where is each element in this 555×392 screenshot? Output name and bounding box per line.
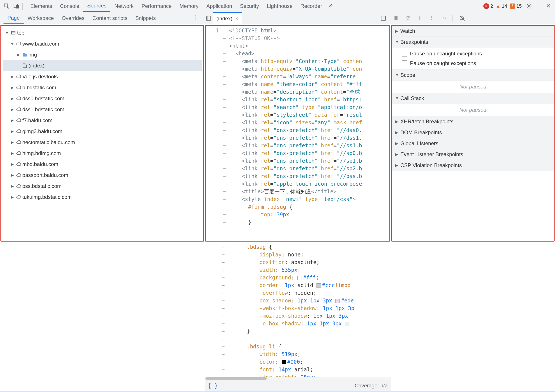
toggle-navigator-icon[interactable] — [204, 15, 213, 21]
tree-node[interactable]: ▶dss0.bdstatic.com — [3, 93, 202, 104]
tree-twisty-icon[interactable]: ▼ — [10, 42, 15, 46]
tab-memory[interactable]: Memory — [176, 0, 203, 12]
tree-twisty-icon[interactable]: ▶ — [10, 118, 15, 123]
warning-count[interactable]: ▲ 14 — [496, 3, 507, 9]
tree-node[interactable]: ▼www.baidu.com — [3, 38, 202, 49]
cloud-icon — [15, 184, 22, 189]
section-watch[interactable]: ▶ Watch — [392, 26, 554, 36]
subtab-page[interactable]: Page — [3, 12, 24, 24]
file-tree[interactable]: ▼top▼www.baidu.com▶img(index)▶Vue.js dev… — [1, 26, 203, 204]
tree-node[interactable]: ▶img — [3, 49, 202, 60]
cloud-icon — [15, 173, 22, 178]
tree-twisty-icon[interactable]: ▶ — [10, 74, 15, 79]
code-editor[interactable]: 1 −−−−−−−−−−−−−−−−−−−−−−−−−− <!DOCTYPE h… — [206, 26, 389, 241]
tab-lighthouse[interactable]: Lighthouse — [263, 0, 296, 12]
section-callstack[interactable]: ▼ Call Stack — [392, 93, 554, 104]
pause-script-icon[interactable] — [392, 15, 400, 21]
tree-node[interactable]: ▶f7.baidu.com — [3, 115, 202, 126]
tab-console[interactable]: Console — [56, 0, 83, 12]
section-scope[interactable]: ▼ Scope — [392, 70, 554, 80]
cloud-icon — [15, 107, 22, 112]
code-editor-continued[interactable]: −−−−−−−−−−−−−−−−−−−− .bdsug { display: n… — [204, 242, 391, 380]
error-count[interactable]: ✕ 2 — [483, 3, 493, 9]
tree-twisty-icon[interactable]: ▶ — [10, 195, 15, 199]
tree-node[interactable]: ▶b.bdstatic.com — [3, 82, 202, 93]
tree-twisty-icon[interactable]: ▶ — [10, 184, 15, 189]
info-count[interactable]: ! 15 — [510, 3, 522, 9]
step-into-icon[interactable] — [416, 15, 424, 21]
tab-network[interactable]: Network — [110, 0, 138, 12]
inspect-element-icon[interactable] — [2, 1, 11, 11]
tab-sources[interactable]: Sources — [83, 0, 110, 12]
tree-twisty-icon[interactable]: ▶ — [10, 96, 15, 101]
kebab-menu-icon[interactable]: ⋮ — [534, 1, 544, 11]
tab-application[interactable]: Application — [202, 0, 236, 12]
step-out-icon[interactable] — [428, 15, 435, 21]
fold-gutter[interactable]: −−−−−−−−−−−−−−−−−−−−−−−−−− — [221, 26, 228, 241]
tree-twisty-icon[interactable]: ▶ — [10, 173, 15, 178]
settings-icon[interactable] — [524, 1, 534, 11]
code-content[interactable]: <!DOCTYPE html><!--STATUS OK--><html> <h… — [228, 26, 389, 241]
tree-twisty-icon[interactable]: ▶ — [10, 85, 15, 90]
step-icon[interactable] — [439, 16, 447, 21]
section-event-listener-breakpoints[interactable]: ▶ Event Listener Breakpoints — [392, 149, 554, 160]
tree-node[interactable]: ▶mbd.baidu.com — [3, 159, 202, 170]
step-over-icon[interactable] — [404, 15, 412, 21]
section-global-listeners[interactable]: ▶ Global Listeners — [392, 138, 554, 149]
tab-elements[interactable]: Elements — [26, 0, 56, 12]
checkbox-icon[interactable] — [402, 60, 407, 66]
subtab-snippets[interactable]: Snippets — [131, 12, 160, 24]
section-dom-breakpoints[interactable]: ▶ DOM Breakpoints — [392, 127, 554, 138]
status-counters[interactable]: ✕ 2 ▲ 14 ! 15 — [483, 3, 522, 9]
section-xhr-breakpoints[interactable]: ▶ XHR/fetch Breakpoints — [392, 116, 554, 127]
pause-uncaught-checkbox[interactable]: Pause on uncaught exceptions — [402, 49, 551, 58]
toggle-debugger-icon[interactable] — [379, 15, 388, 21]
section-breakpoints[interactable]: ▼ Breakpoints — [392, 36, 554, 48]
checkbox-icon[interactable] — [402, 51, 407, 57]
tree-node-label: pss.bdstatic.com — [22, 183, 62, 189]
tree-node[interactable]: ▶tukuimg.bdstatic.com — [3, 192, 202, 203]
pause-caught-checkbox[interactable]: Pause on caught exceptions — [402, 58, 551, 68]
svg-rect-5 — [381, 16, 386, 20]
tree-twisty-icon[interactable]: ▼ — [4, 31, 10, 35]
more-tabs-icon[interactable]: » — [326, 0, 336, 10]
subtab-content-scripts[interactable]: Content scripts — [88, 12, 131, 24]
pretty-print-button[interactable]: { } — [208, 382, 218, 389]
section-csp-breakpoints[interactable]: ▶ CSP Violation Breakpoints — [392, 160, 554, 171]
fold-gutter[interactable]: −−−−−−−−−−−−−−−−−−−− — [220, 242, 226, 380]
device-toolbar-icon[interactable] — [11, 1, 21, 11]
tree-twisty-icon[interactable]: ▶ — [10, 151, 15, 156]
expand-icon: ▶ — [395, 141, 400, 146]
tab-security[interactable]: Security — [236, 0, 263, 12]
editor-tab-index[interactable]: (index) ✕ — [213, 12, 242, 24]
tree-twisty-icon[interactable]: ▶ — [10, 140, 15, 145]
close-tab-icon[interactable]: ✕ — [235, 16, 239, 21]
tree-node[interactable]: ▶hectorstatic.baidu.com — [3, 137, 202, 148]
tree-node[interactable]: ▶himg.bdimg.com — [3, 148, 202, 159]
tree-node[interactable]: ▶gimg3.baidu.com — [3, 126, 202, 137]
deactivate-breakpoints-icon[interactable] — [458, 15, 466, 21]
tab-performance[interactable]: Performance — [138, 0, 175, 12]
tree-twisty-icon[interactable]: ▶ — [10, 129, 15, 134]
code-content[interactable]: .bdsug { display: none; position: absolu… — [226, 242, 391, 380]
tree-node[interactable]: ▼top — [3, 27, 202, 38]
tree-node[interactable]: ▶dss1.bdstatic.com — [3, 104, 202, 115]
sources-kebab-icon[interactable]: ⋮ — [191, 12, 201, 22]
tree-node-label: himg.bdimg.com — [22, 150, 61, 156]
tree-node[interactable]: ▶Vue.js devtools — [3, 71, 202, 82]
horizontal-scrollbar[interactable] — [204, 377, 391, 380]
tab-recorder[interactable]: Recorder — [297, 0, 326, 12]
console-drawer-handle[interactable] — [0, 391, 555, 392]
close-devtools-icon[interactable]: ✕ — [544, 1, 553, 11]
tree-node-label: f7.baidu.com — [22, 117, 52, 123]
subtab-workspace[interactable]: Workspace — [24, 12, 58, 24]
tree-twisty-icon[interactable]: ▶ — [10, 162, 15, 167]
scrollbar-thumb[interactable] — [205, 377, 267, 380]
subtab-overrides[interactable]: Overrides — [58, 12, 88, 24]
tree-node[interactable]: (index) — [3, 60, 202, 71]
tree-twisty-icon[interactable]: ▶ — [16, 52, 21, 57]
tree-node[interactable]: ▶pss.bdstatic.com — [3, 181, 202, 192]
tree-twisty-icon[interactable]: ▶ — [10, 107, 15, 112]
checkbox-label: Pause on caught exceptions — [410, 60, 476, 66]
tree-node[interactable]: ▶passport.baidu.com — [3, 170, 202, 181]
